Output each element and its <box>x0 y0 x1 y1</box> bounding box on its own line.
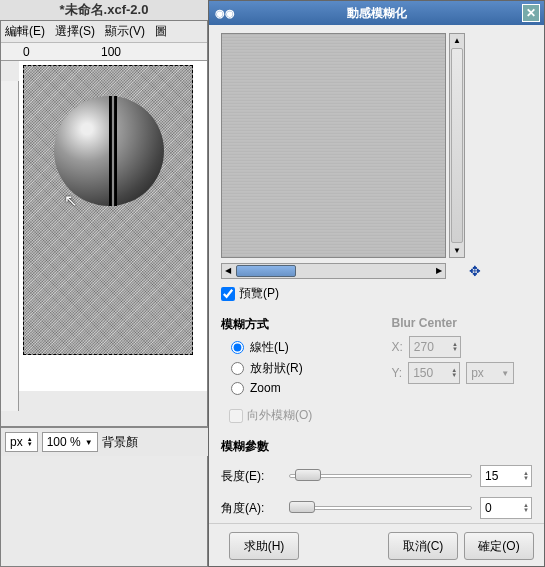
menu-select[interactable]: 選擇(S) <box>55 23 95 40</box>
zoom-selector[interactable]: 100 % ▼ <box>42 432 98 452</box>
menu-view[interactable]: 顯示(V) <box>105 23 145 40</box>
sphere-object <box>54 96 164 206</box>
cursor-icon: ↖ <box>64 191 77 210</box>
spinner-arrows-icon: ▲▼ <box>523 503 529 513</box>
status-bar: px ▲▼ 100 % ▼ 背景顏 <box>1 426 209 456</box>
help-button[interactable]: 求助(H) <box>229 532 299 560</box>
canvas[interactable] <box>23 65 193 355</box>
center-unit-combo: px ▼ <box>466 362 514 384</box>
radio-linear-label: 線性(L) <box>250 339 289 356</box>
center-x-label: X: <box>392 340 403 354</box>
length-value: 15 <box>485 469 498 483</box>
main-window: 編輯(E) 選擇(S) 顯示(V) 圖 0 100 ↖ px ▲▼ 100 % … <box>0 20 208 567</box>
length-input[interactable]: 15 ▲▼ <box>480 465 532 487</box>
radio-zoom-label: Zoom <box>250 381 281 395</box>
chevron-updown-icon: ▲▼ <box>27 437 33 447</box>
dialog-title-text: 動感模糊化 <box>347 5 407 22</box>
ruler-tick-100: 100 <box>101 45 121 59</box>
center-x-input: 270 ▲▼ <box>409 336 461 358</box>
menu-edit[interactable]: 編輯(E) <box>5 23 45 40</box>
spinner-arrows-icon: ▲▼ <box>523 471 529 481</box>
outward-label: 向外模糊(O) <box>247 407 312 424</box>
cancel-button[interactable]: 取消(C) <box>388 532 458 560</box>
main-window-title: *未命名.xcf-2.0 <box>0 0 208 20</box>
blur-method-title: 模糊方式 <box>221 316 362 333</box>
length-slider-handle[interactable] <box>295 469 321 481</box>
close-button[interactable]: ✕ <box>522 4 540 22</box>
center-y-input: 150 ▲▼ <box>408 362 460 384</box>
angle-slider[interactable] <box>289 499 472 517</box>
ruler-horizontal: 0 100 <box>1 43 207 61</box>
menubar: 編輯(E) 選擇(S) 顯示(V) 圖 <box>1 21 207 43</box>
hscroll-thumb[interactable] <box>236 265 296 277</box>
center-y-value: 150 <box>413 366 433 380</box>
angle-slider-handle[interactable] <box>289 501 315 513</box>
preview-area: ▲ ▼ ◀ ▶ ✥ <box>221 33 532 279</box>
arrow-left-icon: ◀ <box>225 266 231 275</box>
radio-radial-label: 放射狀(R) <box>250 360 303 377</box>
chevron-down-icon: ▼ <box>85 438 93 447</box>
radio-zoom[interactable] <box>231 382 244 395</box>
unit-selector[interactable]: px ▲▼ <box>5 432 38 452</box>
outward-checkbox <box>229 409 243 423</box>
center-unit-value: px <box>471 366 484 380</box>
chevron-down-icon: ▼ <box>501 369 509 378</box>
status-text: 背景顏 <box>102 434 138 451</box>
center-y-label: Y: <box>392 366 403 380</box>
preview-image[interactable] <box>221 33 446 258</box>
ruler-tick-0: 0 <box>23 45 30 59</box>
gimp-icon: ◉◉ <box>215 7 235 20</box>
motion-blur-dialog: ◉◉ 動感模糊化 ✕ ▲ ▼ ◀ ▶ ✥ 預覽(P) 模 <box>208 0 545 567</box>
spinner-arrows-icon: ▲▼ <box>452 342 458 352</box>
sphere-bar <box>109 96 117 206</box>
dialog-button-row: 求助(H) 取消(C) 確定(O) <box>209 523 544 560</box>
menu-image[interactable]: 圖 <box>155 23 167 40</box>
radio-radial[interactable] <box>231 362 244 375</box>
ok-button[interactable]: 確定(O) <box>464 532 534 560</box>
preview-vscrollbar[interactable]: ▲ ▼ <box>449 33 465 258</box>
arrow-right-icon: ▶ <box>436 266 442 275</box>
blur-params-title: 模糊參數 <box>221 438 532 455</box>
vscroll-thumb[interactable] <box>451 48 463 243</box>
spinner-arrows-icon: ▲▼ <box>451 368 457 378</box>
preview-label: 預覽(P) <box>239 285 279 302</box>
blur-center-title: Blur Center <box>392 316 533 330</box>
canvas-area[interactable] <box>19 61 207 391</box>
arrow-down-icon: ▼ <box>453 246 461 255</box>
center-x-value: 270 <box>414 340 434 354</box>
ruler-vertical <box>1 81 19 411</box>
length-slider[interactable] <box>289 467 472 485</box>
dialog-titlebar[interactable]: ◉◉ 動感模糊化 ✕ <box>209 1 544 25</box>
move-icon[interactable]: ✥ <box>469 263 481 279</box>
close-icon: ✕ <box>526 6 536 20</box>
preview-checkbox[interactable] <box>221 287 235 301</box>
preview-hscrollbar[interactable]: ◀ ▶ <box>221 263 446 279</box>
unit-value: px <box>10 435 23 449</box>
length-label: 長度(E): <box>221 468 281 485</box>
angle-input[interactable]: 0 ▲▼ <box>480 497 532 519</box>
arrow-up-icon: ▲ <box>453 36 461 45</box>
radio-linear[interactable] <box>231 341 244 354</box>
zoom-value: 100 % <box>47 435 81 449</box>
angle-value: 0 <box>485 501 492 515</box>
angle-label: 角度(A): <box>221 500 281 517</box>
